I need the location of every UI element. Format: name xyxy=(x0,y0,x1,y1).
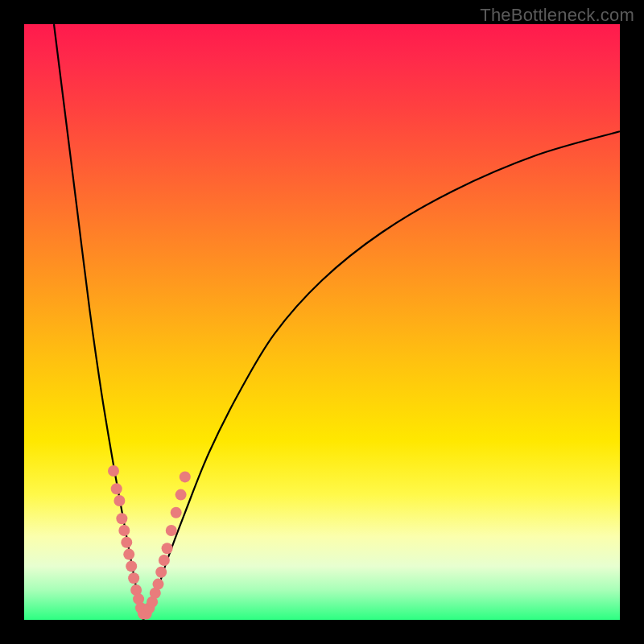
data-points xyxy=(108,465,191,620)
data-point xyxy=(126,560,137,572)
data-point xyxy=(108,465,119,477)
curve-left-branch xyxy=(54,24,143,620)
data-point xyxy=(123,549,134,560)
data-point xyxy=(159,555,170,566)
data-point xyxy=(128,572,139,584)
plot-area xyxy=(24,24,620,620)
data-point xyxy=(166,525,177,536)
data-point xyxy=(171,507,182,518)
data-point xyxy=(155,567,167,578)
data-point xyxy=(114,495,125,506)
data-point xyxy=(121,537,132,548)
data-point xyxy=(175,489,187,501)
data-point xyxy=(111,483,122,494)
data-point xyxy=(153,579,164,590)
chart-svg xyxy=(24,24,620,620)
data-point xyxy=(180,471,191,482)
data-point xyxy=(116,513,127,524)
curve-right-branch xyxy=(143,131,620,620)
data-point xyxy=(118,525,130,536)
data-point xyxy=(162,543,173,554)
watermark-label: TheBottleneck.com xyxy=(480,5,634,26)
chart-frame: TheBottleneck.com xyxy=(0,0,644,644)
